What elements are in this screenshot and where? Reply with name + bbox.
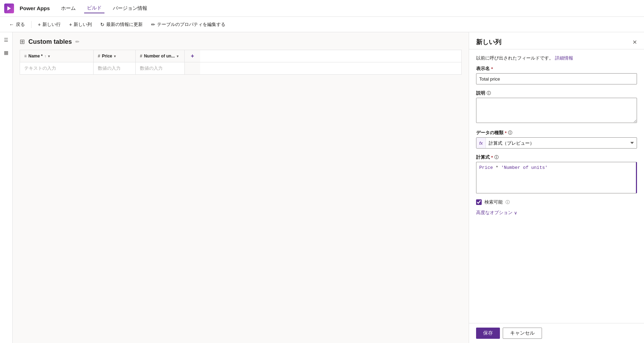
svg-marker-0	[7, 6, 11, 11]
display-name-input[interactable]	[476, 73, 637, 84]
formula-op: *	[493, 165, 501, 170]
searchable-row: 検索可能 ⓘ	[476, 199, 637, 205]
table-edit-icon[interactable]: ✏	[75, 39, 80, 44]
edit-table-button[interactable]: ✏ テーブルのプロパティを編集する	[148, 20, 229, 29]
col-name-icon: ≡	[24, 54, 27, 59]
panel-header: 新しい列 ✕	[469, 32, 644, 49]
col-header-units[interactable]: # Number of un... ▾	[136, 50, 185, 62]
edit-table-icon: ✏	[151, 22, 155, 27]
description-info-icon: ⓘ	[487, 90, 491, 96]
col-units-dropdown-icon: ▾	[177, 54, 178, 58]
back-button[interactable]: ← 戻る	[6, 20, 28, 29]
col-price-icon: #	[98, 54, 100, 59]
app-icon	[4, 4, 14, 13]
table-row: テキストの入力 数値の入力 数値の入力	[20, 62, 461, 74]
refresh-button[interactable]: ↻ 最新の情報に更新	[97, 20, 146, 29]
formula-field2: 'Number of units'	[501, 165, 548, 170]
cell-name[interactable]: テキストの入力	[20, 62, 94, 74]
right-panel: 新しい列 ✕ 以前に呼び出されたフィールドです。 詳細情報 表示名 * 説明	[469, 32, 644, 343]
sidebar-grid-icon[interactable]: ▦	[1, 48, 11, 57]
table-header-row: ≡ Name * ↑ ▾ # Price ▾ # Number of un...…	[20, 50, 461, 62]
searchable-label[interactable]: 検索可能	[484, 199, 503, 205]
col-name-dropdown-icon: ▾	[48, 54, 50, 58]
formula-label: 計算式 * ⓘ	[476, 154, 637, 160]
new-row-button[interactable]: + 新しい行	[34, 20, 64, 29]
refresh-icon: ↻	[100, 22, 104, 27]
description-textarea[interactable]	[476, 98, 637, 123]
data-type-info-icon: ⓘ	[508, 130, 512, 136]
searchable-checkbox[interactable]	[476, 199, 482, 205]
formula-editor[interactable]: Price * 'Number of units'	[476, 162, 637, 193]
description-label: 説明 ⓘ	[476, 90, 637, 96]
content-area: ⊞ Custom tables ✏ ≡ Name * ↑ ▾ # Price ▾	[13, 32, 469, 343]
panel-footer: 保存 キャンセル	[469, 323, 644, 343]
display-name-label: 表示名 *	[476, 66, 637, 72]
nav-build[interactable]: ビルド	[84, 4, 104, 13]
panel-info-text: 以前に呼び出されたフィールドです。 詳細情報	[476, 55, 637, 61]
data-type-prefix-icon: fx	[476, 138, 486, 148]
col-header-price[interactable]: # Price ▾	[94, 50, 136, 62]
col-price-dropdown-icon: ▾	[114, 54, 116, 58]
searchable-info-icon: ⓘ	[506, 199, 510, 205]
panel-title: 新しい列	[476, 38, 501, 46]
data-type-group: データの種類 * ⓘ fx 計算式（プレビュー） テキスト 数値 日付 はい/い…	[476, 130, 637, 149]
col-add-button[interactable]: +	[185, 50, 200, 62]
nav-version[interactable]: バージョン情報	[110, 4, 150, 13]
table-header: ⊞ Custom tables ✏	[20, 38, 462, 46]
description-group: 説明 ⓘ	[476, 90, 637, 124]
main-layout: ☰ ▦ ⊞ Custom tables ✏ ≡ Name * ↑ ▾ # Pri…	[0, 32, 644, 343]
advanced-options-link[interactable]: 高度なオプション ∨	[476, 210, 637, 216]
save-button[interactable]: 保存	[476, 328, 500, 339]
new-col-button[interactable]: + 新しい列	[66, 20, 95, 29]
cell-add-empty	[185, 62, 200, 74]
panel-close-button[interactable]: ✕	[632, 39, 637, 46]
panel-body: 以前に呼び出されたフィールドです。 詳細情報 表示名 * 説明 ⓘ	[469, 49, 644, 323]
formula-group: 計算式 * ⓘ Price * 'Number of units'	[476, 154, 637, 193]
sidebar-icons: ☰ ▦	[0, 32, 13, 343]
new-col-icon: +	[69, 22, 72, 27]
toolbar-divider-1	[31, 21, 32, 28]
display-name-group: 表示名 *	[476, 66, 637, 84]
data-type-select-wrapper: fx 計算式（プレビュー） テキスト 数値 日付 はい/いいえ	[476, 137, 637, 149]
col-header-name[interactable]: ≡ Name * ↑ ▾	[20, 50, 94, 62]
app-name: Power Apps	[20, 5, 50, 11]
panel-info-link[interactable]: 詳細情報	[555, 55, 573, 61]
table-title: Custom tables	[28, 38, 72, 46]
toolbar: ← 戻る + 新しい行 + 新しい列 ↻ 最新の情報に更新 ✏ テーブルのプロパ…	[0, 17, 644, 32]
formula-field1: Price	[479, 165, 493, 170]
data-table: ≡ Name * ↑ ▾ # Price ▾ # Number of un...…	[20, 50, 462, 75]
formula-info-icon: ⓘ	[494, 155, 499, 160]
cell-units[interactable]: 数値の入力	[136, 62, 185, 74]
nav-home[interactable]: ホーム	[58, 4, 79, 13]
col-units-icon: #	[140, 54, 142, 59]
top-nav: Power Apps ホーム ビルド バージョン情報	[0, 0, 644, 17]
display-name-required: *	[491, 66, 493, 71]
table-grid-icon: ⊞	[20, 38, 25, 46]
advanced-chevron-icon: ∨	[514, 210, 517, 215]
sidebar-menu-icon[interactable]: ☰	[1, 35, 11, 45]
col-name-sort-icon: ↑	[45, 54, 46, 58]
formula-required: *	[491, 155, 493, 160]
cancel-button[interactable]: キャンセル	[503, 328, 542, 339]
cell-price[interactable]: 数値の入力	[94, 62, 136, 74]
back-icon: ←	[9, 22, 14, 27]
new-row-icon: +	[38, 22, 41, 27]
data-type-label: データの種類 * ⓘ	[476, 130, 637, 136]
data-type-select[interactable]: 計算式（プレビュー） テキスト 数値 日付 はい/いいえ	[486, 138, 637, 148]
data-type-required: *	[505, 130, 507, 136]
